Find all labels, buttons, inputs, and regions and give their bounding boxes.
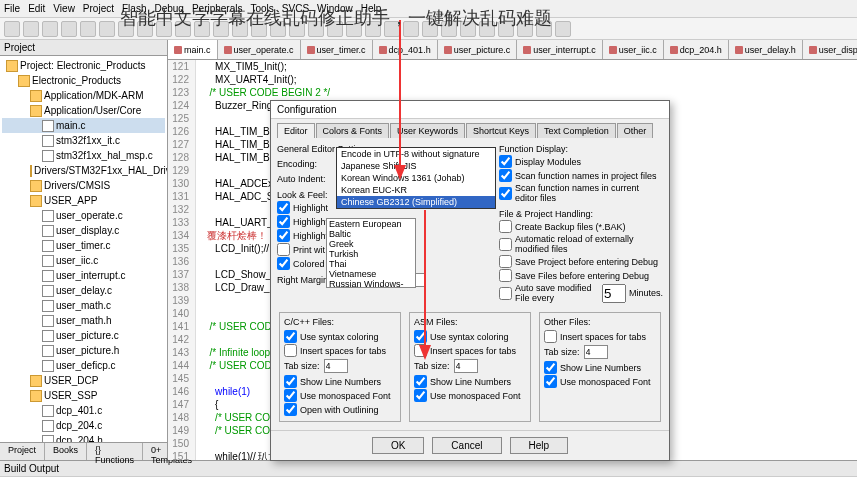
- checkbox[interactable]: [277, 257, 290, 270]
- editor-tab[interactable]: user_delay.h: [729, 40, 803, 59]
- help-button[interactable]: Help: [510, 437, 569, 454]
- lookfeel-listbox[interactable]: Eastern EuropeanBalticGreekTurkishThaiVi…: [326, 218, 416, 288]
- checkbox[interactable]: [414, 330, 427, 343]
- dropdown-option[interactable]: Chinese GB2312 (Simplified): [337, 196, 495, 208]
- tree-item[interactable]: Application/User/Core: [2, 103, 165, 118]
- tree-item[interactable]: user_picture.c: [2, 328, 165, 343]
- tree-item[interactable]: user_deficp.c: [2, 358, 165, 373]
- checkbox[interactable]: [277, 243, 290, 256]
- editor-tab[interactable]: user_timer.c: [301, 40, 373, 59]
- menu-project[interactable]: Project: [83, 3, 114, 14]
- bottom-tab[interactable]: Books: [45, 443, 87, 460]
- checkbox[interactable]: [277, 229, 290, 242]
- checkbox[interactable]: [499, 287, 512, 300]
- tree-item[interactable]: user_math.h: [2, 313, 165, 328]
- checkbox[interactable]: [544, 361, 557, 374]
- close-icon[interactable]: [809, 46, 817, 54]
- tabsize-other[interactable]: [584, 345, 608, 359]
- close-icon[interactable]: [174, 46, 182, 54]
- dialog-tab[interactable]: Colors & Fonts: [316, 123, 390, 138]
- checkbox[interactable]: [284, 375, 297, 388]
- tree-item[interactable]: Application/MDK-ARM: [2, 88, 165, 103]
- listbox-option[interactable]: Vietnamese: [327, 269, 415, 279]
- listbox-option[interactable]: Eastern European: [327, 219, 415, 229]
- tree-item[interactable]: user_picture.h: [2, 343, 165, 358]
- editor-tab[interactable]: main.c: [168, 40, 218, 59]
- tree-item[interactable]: user_operate.c: [2, 208, 165, 223]
- dialog-tab[interactable]: Shortcut Keys: [466, 123, 536, 138]
- menu-view[interactable]: View: [53, 3, 75, 14]
- editor-tab[interactable]: dcp_204.h: [664, 40, 729, 59]
- tree-item[interactable]: dcp_204.h: [2, 433, 165, 442]
- close-icon[interactable]: [379, 46, 387, 54]
- tree-root[interactable]: Project: Electronic_Products: [2, 58, 165, 73]
- toolbar-btn-3[interactable]: [61, 21, 77, 37]
- toolbar-btn-5[interactable]: [99, 21, 115, 37]
- tree-item[interactable]: dcp_401.c: [2, 403, 165, 418]
- editor-tab[interactable]: user_iic.c: [603, 40, 664, 59]
- checkbox[interactable]: [499, 187, 512, 200]
- tabsize-cc[interactable]: [324, 359, 348, 373]
- tree-item[interactable]: USER_DCP: [2, 373, 165, 388]
- tree-item[interactable]: user_delay.c: [2, 283, 165, 298]
- dropdown-option[interactable]: Korean Windows 1361 (Johab): [337, 172, 495, 184]
- checkbox[interactable]: [414, 375, 427, 388]
- tree-item[interactable]: USER_APP: [2, 193, 165, 208]
- tree-item[interactable]: stm32f1xx_it.c: [2, 133, 165, 148]
- tree-item[interactable]: stm32f1xx_hal_msp.c: [2, 148, 165, 163]
- close-icon[interactable]: [670, 46, 678, 54]
- listbox-option[interactable]: Greek: [327, 239, 415, 249]
- checkbox[interactable]: [544, 375, 557, 388]
- dialog-tab[interactable]: Other: [617, 123, 654, 138]
- tree-item[interactable]: user_timer.c: [2, 238, 165, 253]
- listbox-option[interactable]: Thai: [327, 259, 415, 269]
- toolbar-btn-29[interactable]: [555, 21, 571, 37]
- toolbar-btn-1[interactable]: [23, 21, 39, 37]
- bottom-tab[interactable]: Project: [0, 443, 45, 460]
- checkbox[interactable]: [414, 344, 427, 357]
- checkbox[interactable]: [284, 389, 297, 402]
- checkbox[interactable]: [414, 389, 427, 402]
- checkbox[interactable]: [499, 155, 512, 168]
- bottom-tab[interactable]: {} Functions: [87, 443, 143, 460]
- checkbox[interactable]: [499, 220, 512, 233]
- cancel-button[interactable]: Cancel: [432, 437, 501, 454]
- close-icon[interactable]: [523, 46, 531, 54]
- dialog-tab[interactable]: Text Completion: [537, 123, 616, 138]
- checkbox[interactable]: [499, 255, 512, 268]
- checkbox[interactable]: [277, 201, 290, 214]
- tree-item[interactable]: user_display.c: [2, 223, 165, 238]
- checkbox[interactable]: [277, 215, 290, 228]
- toolbar-btn-2[interactable]: [42, 21, 58, 37]
- dialog-tab[interactable]: User Keywords: [390, 123, 465, 138]
- checkbox[interactable]: [499, 169, 512, 182]
- checkbox[interactable]: [284, 403, 297, 416]
- editor-tab[interactable]: user_picture.c: [438, 40, 518, 59]
- dialog-tab[interactable]: Editor: [277, 123, 315, 138]
- ok-button[interactable]: OK: [372, 437, 424, 454]
- tabsize-asm[interactable]: [454, 359, 478, 373]
- editor-tab[interactable]: user_display.c: [803, 40, 857, 59]
- close-icon[interactable]: [307, 46, 315, 54]
- checkbox[interactable]: [499, 269, 512, 282]
- toolbar-btn-0[interactable]: [4, 21, 20, 37]
- tree-item[interactable]: user_iic.c: [2, 253, 165, 268]
- tree-item[interactable]: user_math.c: [2, 298, 165, 313]
- listbox-option[interactable]: Turkish: [327, 249, 415, 259]
- close-icon[interactable]: [444, 46, 452, 54]
- checkbox[interactable]: [284, 330, 297, 343]
- editor-tab[interactable]: user_interrupt.c: [517, 40, 603, 59]
- close-icon[interactable]: [735, 46, 743, 54]
- menu-edit[interactable]: Edit: [28, 3, 45, 14]
- tree-item[interactable]: main.c: [2, 118, 165, 133]
- tree-target[interactable]: Electronic_Products: [2, 73, 165, 88]
- other-insert-spaces[interactable]: [544, 330, 557, 343]
- encoding-dropdown-list[interactable]: Encode in UTF-8 without signatureJapanes…: [336, 147, 496, 209]
- editor-tab[interactable]: user_operate.c: [218, 40, 301, 59]
- autosave-minutes[interactable]: [602, 284, 626, 303]
- checkbox[interactable]: [499, 238, 512, 251]
- dropdown-option[interactable]: Korean EUC-KR: [337, 184, 495, 196]
- tree-item[interactable]: user_interrupt.c: [2, 268, 165, 283]
- toolbar-btn-4[interactable]: [80, 21, 96, 37]
- listbox-option[interactable]: Russian Windows-1251: [327, 279, 415, 288]
